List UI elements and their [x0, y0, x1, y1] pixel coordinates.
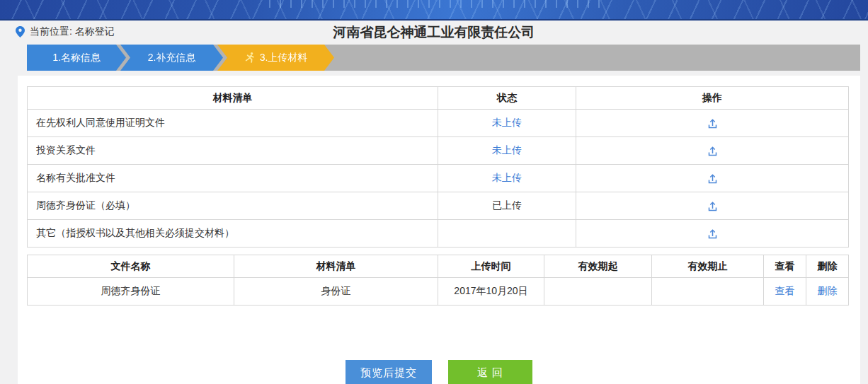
material-name: 投资关系文件 [28, 137, 438, 165]
wizard-remaining-bar [329, 45, 860, 71]
preview-submit-button[interactable]: 预览后提交 [346, 360, 432, 384]
page-title: 河南省昆仑神通工业有限责任公司 [0, 23, 868, 42]
wizard-step-name-info[interactable]: 1.名称信息 [27, 45, 126, 71]
status-not-uploaded-link[interactable]: 未上传 [492, 144, 522, 156]
table-row: 名称有关批准文件 未上传 [28, 165, 849, 192]
materials-table: 材料清单 状态 操作 在先权利人同意使用证明文件 未上传 投资关系文件 未上传 … [27, 86, 849, 248]
view-link[interactable]: 查看 [775, 285, 795, 296]
action-button-bar: 预览后提交 返 回 [18, 360, 860, 384]
wizard-step-label: 3.上传材料 [260, 45, 308, 71]
wizard-step-upload-materials[interactable]: 3.上传材料 [217, 45, 334, 71]
table-row: 投资关系文件 未上传 [28, 137, 849, 165]
col-header-material-list: 材料清单 [28, 87, 438, 110]
col-header-status: 状态 [438, 87, 576, 110]
col-header-view: 查看 [764, 255, 806, 278]
files-header-row: 文件名称 材料清单 上传时间 有效期起 有效期止 查看 删除 [28, 255, 849, 278]
upload-time-cell: 2017年10月20日 [438, 278, 544, 306]
breadcrumb: 当前位置: 名称登记 [16, 25, 115, 38]
material-name: 名称有关批准文件 [28, 165, 438, 192]
location-pin-icon [16, 26, 25, 37]
status-not-uploaded-link[interactable]: 未上传 [492, 117, 522, 128]
wizard-step-label: 2.补充信息 [148, 52, 196, 63]
breadcrumb-label: 当前位置: 名称登记 [30, 25, 115, 38]
wizard-step-extra-info[interactable]: 2.补充信息 [120, 45, 223, 71]
top-banner [0, 0, 868, 21]
wizard-step-label: 1.名称信息 [52, 52, 101, 63]
upload-icon[interactable] [707, 118, 719, 129]
back-button[interactable]: 返 回 [448, 360, 532, 384]
material-name: 其它（指授权书以及其他相关必须提交材料） [28, 220, 438, 248]
upload-icon[interactable] [707, 228, 719, 240]
status-not-uploaded-link[interactable]: 未上传 [492, 172, 522, 183]
upload-icon[interactable] [707, 173, 719, 185]
upload-icon[interactable] [707, 201, 719, 212]
table-row: 其它（指授权书以及其他相关必须提交材料） [28, 220, 849, 248]
delete-link[interactable]: 删除 [818, 285, 838, 296]
runner-icon [244, 52, 256, 64]
valid-from-cell [544, 278, 652, 306]
col-header-action: 操作 [576, 87, 849, 110]
table-row: 周德齐身份证 身份证 2017年10月20日 查看 删除 [28, 278, 849, 306]
col-header-file-name: 文件名称 [28, 255, 234, 278]
material-cell: 身份证 [234, 278, 438, 306]
material-name: 在先权利人同意使用证明文件 [28, 110, 438, 137]
upload-icon[interactable] [707, 146, 719, 157]
materials-header-row: 材料清单 状态 操作 [28, 87, 849, 110]
uploaded-files-table: 文件名称 材料清单 上传时间 有效期起 有效期止 查看 删除 周德齐身份证 身份… [27, 255, 849, 306]
table-row: 周德齐身份证（必填） 已上传 [28, 192, 849, 220]
valid-to-cell [652, 278, 764, 306]
status-uploaded-text: 已上传 [492, 199, 522, 211]
col-header-valid-from: 有效期起 [544, 255, 652, 278]
col-header-valid-to: 有效期止 [652, 255, 764, 278]
col-header-material-list: 材料清单 [234, 255, 438, 278]
col-header-delete: 删除 [806, 255, 849, 278]
material-name: 周德齐身份证（必填） [28, 192, 438, 220]
step-wizard: 1.名称信息 2.补充信息 3.上传材料 [27, 45, 860, 71]
table-row: 在先权利人同意使用证明文件 未上传 [28, 110, 849, 137]
file-name-cell: 周德齐身份证 [28, 278, 234, 306]
col-header-upload-time: 上传时间 [438, 255, 544, 278]
